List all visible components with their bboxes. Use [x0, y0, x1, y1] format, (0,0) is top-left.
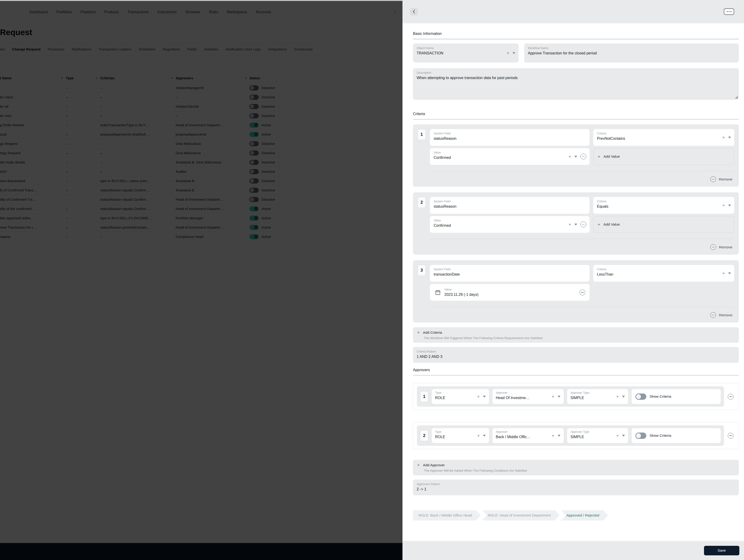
description-field[interactable]: Description When attempting to approve t…: [413, 68, 739, 100]
clear-icon[interactable]: ✕: [722, 272, 725, 275]
dropdown-icon[interactable]: [483, 396, 486, 397]
plus-icon: +: [598, 222, 600, 227]
add-approver-button[interactable]: +Add Approver The Approver Will Be Added…: [413, 460, 739, 475]
show-criteria-toggle-field: Show Criteria: [632, 428, 721, 443]
approver-number-badge: 2: [420, 430, 428, 441]
section-criteria: Criteria: [413, 112, 739, 116]
clear-icon[interactable]: ✕: [722, 204, 725, 207]
clear-icon[interactable]: ✕: [552, 434, 554, 437]
criteria-block: 3 System Field transactionDate Criteria …: [413, 260, 739, 323]
dropdown-icon[interactable]: [513, 52, 515, 54]
object-name-value: TRANSACTION: [417, 51, 515, 55]
minus-circle-icon: [710, 312, 716, 318]
system-field[interactable]: System Field statusReason: [430, 197, 590, 214]
panel-header: [403, 0, 744, 23]
top-edge-strip: [0, 0, 403, 1]
approver-number-badge: 1: [420, 391, 428, 402]
ellipsis-icon: [727, 11, 728, 12]
dropdown-icon[interactable]: [483, 435, 486, 437]
approver-type-role-field[interactable]: Type ROLE ✕: [432, 389, 489, 404]
panel-footer: Save: [403, 541, 744, 560]
approver-type-role-field[interactable]: Type ROLE ✕: [432, 428, 489, 443]
minus-circle-icon: [710, 176, 716, 182]
approver-field[interactable]: Approver Back / Middle Offic… ✕: [492, 428, 564, 443]
clear-icon[interactable]: ✕: [722, 136, 725, 139]
clear-icon[interactable]: ✕: [477, 434, 480, 437]
dropdown-icon[interactable]: [728, 136, 731, 138]
calendar-icon: [435, 289, 441, 295]
value-field[interactable]: ValueConfirmed✕: [430, 216, 590, 233]
add-criteria-hint: The Workflow Will Triggered When The Fol…: [417, 336, 735, 340]
resize-handle[interactable]: [735, 96, 738, 98]
criteria-number-badge: 2: [418, 197, 426, 208]
criteria-block: 2 System Field statusReason Criteria Equ…: [413, 192, 739, 255]
dropdown-icon[interactable]: [622, 435, 625, 437]
criteria-number-badge: 3: [418, 265, 426, 276]
approvers-pattern-value: 2 -> 1: [417, 487, 735, 491]
criteria-pattern-field[interactable]: Criteria Pattern 1 AND 2 AND 3: [413, 347, 739, 363]
add-criteria-button[interactable]: +Add Criteria The Workflow Will Triggere…: [413, 327, 739, 343]
chevron-left-icon: [413, 9, 415, 14]
approver-row: 2 Type ROLE ✕ Approver Back / Middle Off…: [413, 422, 739, 449]
chain-step: ROLE: Back / Middle Office Head: [413, 510, 481, 520]
approver-kind-field[interactable]: Approver Type SIMPLE ✕: [567, 389, 628, 404]
plus-icon: +: [417, 330, 420, 335]
clear-icon[interactable]: ✕: [507, 52, 509, 55]
dropdown-icon[interactable]: [558, 396, 560, 397]
workflow-name-value: Approve Transaction for the closed perio…: [528, 51, 735, 55]
chain-step: Approved / Rejected: [561, 510, 608, 520]
approver-field[interactable]: Approver Head Of Investme… ✕: [492, 389, 564, 404]
description-value: When attempting to approve transaction d…: [417, 76, 735, 80]
value-field[interactable]: ValueConfirmed✕: [430, 148, 590, 165]
remove-approver-button[interactable]: [728, 394, 734, 400]
dropdown-icon[interactable]: [574, 224, 577, 225]
system-field[interactable]: System Field transactionDate: [430, 265, 590, 282]
approval-chain: ROLE: Back / Middle Office HeadROLE: Hea…: [413, 510, 739, 520]
remove-approver-button[interactable]: [728, 433, 734, 439]
workflow-name-field[interactable]: Workflow Name Approve Transaction for th…: [524, 43, 739, 63]
save-button[interactable]: Save: [704, 546, 739, 555]
remove-value-button[interactable]: [581, 154, 586, 160]
plus-icon: +: [417, 463, 420, 467]
panel-body: Basic Information Object Name TRANSACTIO…: [403, 23, 744, 541]
dropdown-icon[interactable]: [558, 435, 560, 437]
criteria-pattern-value: 1 AND 2 AND 3: [417, 355, 735, 359]
add-value-button[interactable]: +Add Value: [593, 148, 734, 165]
dropdown-icon[interactable]: [574, 156, 577, 157]
clear-icon[interactable]: ✕: [552, 395, 554, 398]
remove-value-button[interactable]: [580, 289, 585, 295]
object-name-field[interactable]: Object Name TRANSACTION ✕: [413, 43, 519, 63]
clear-icon[interactable]: ✕: [568, 155, 571, 158]
workflow-detail-panel: Basic Information Object Name TRANSACTIO…: [403, 0, 744, 560]
criteria-operator-field[interactable]: Criteria Equals ✕: [593, 197, 734, 214]
clear-icon[interactable]: ✕: [568, 223, 571, 226]
remove-value-button[interactable]: [581, 222, 586, 228]
clear-icon[interactable]: ✕: [616, 434, 619, 437]
dropdown-icon[interactable]: [728, 272, 731, 274]
add-value-button[interactable]: +Add Value: [593, 216, 734, 233]
value-date-field[interactable]: Value2023.11.29 (-1 days): [430, 284, 590, 301]
clear-icon[interactable]: ✕: [477, 395, 480, 398]
dropdown-icon[interactable]: [622, 396, 625, 397]
section-basic-information: Basic Information: [413, 32, 739, 36]
system-field[interactable]: System Field statusReason: [430, 129, 590, 146]
approvers-pattern-field[interactable]: Approvers Pattern 2 -> 1: [413, 480, 739, 495]
back-button[interactable]: [410, 8, 418, 15]
show-criteria-switch[interactable]: [635, 433, 646, 439]
remove-criteria-button[interactable]: Remove: [430, 176, 734, 182]
criteria-operator-field[interactable]: Criteria LessThan ✕: [593, 265, 734, 282]
approver-row: 1 Type ROLE ✕ Approver Head Of Investme……: [413, 383, 739, 410]
dropdown-icon[interactable]: [728, 204, 731, 206]
plus-icon: +: [598, 154, 600, 159]
show-criteria-toggle-field: Show Criteria: [632, 389, 721, 404]
criteria-block: 1 System Field statusReason Criteria Pre…: [413, 124, 739, 187]
approver-kind-field[interactable]: Approver Type SIMPLE ✕: [567, 428, 628, 443]
show-criteria-switch[interactable]: [635, 394, 646, 400]
criteria-operator-field[interactable]: Criteria PrevNotContains ✕: [593, 129, 734, 146]
remove-criteria-button[interactable]: Remove: [430, 244, 734, 250]
chain-step: ROLE: Head of Investment Department: [482, 510, 560, 520]
criteria-number-badge: 1: [418, 129, 426, 140]
clear-icon[interactable]: ✕: [616, 395, 619, 398]
more-options-button[interactable]: [724, 8, 734, 15]
remove-criteria-button[interactable]: Remove: [430, 312, 734, 318]
